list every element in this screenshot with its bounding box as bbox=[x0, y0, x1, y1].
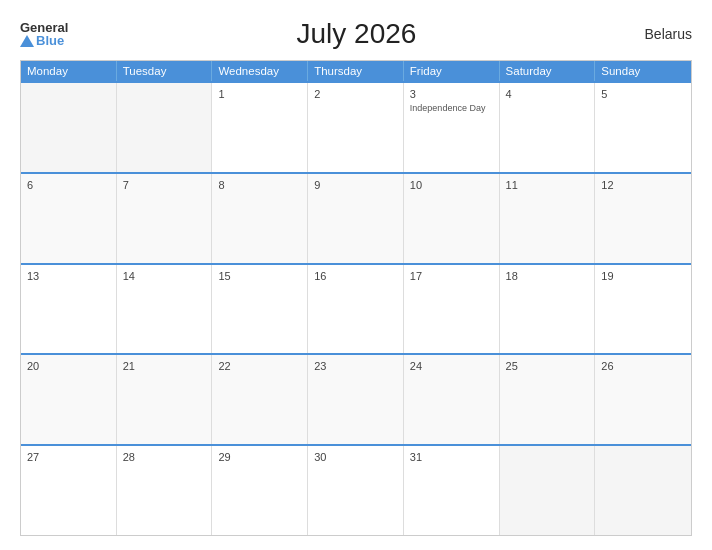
holiday-label: Independence Day bbox=[410, 103, 493, 114]
day-cell: 14 bbox=[117, 265, 213, 354]
day-number: 11 bbox=[506, 178, 589, 193]
day-cell: 22 bbox=[212, 355, 308, 444]
day-cell: 27 bbox=[21, 446, 117, 535]
day-cell: 15 bbox=[212, 265, 308, 354]
day-cell: 8 bbox=[212, 174, 308, 263]
logo-blue-text: Blue bbox=[20, 34, 64, 47]
day-cell: 20 bbox=[21, 355, 117, 444]
day-number: 31 bbox=[410, 450, 493, 465]
day-cell bbox=[595, 446, 691, 535]
day-number: 26 bbox=[601, 359, 685, 374]
day-cell: 31 bbox=[404, 446, 500, 535]
day-header-saturday: Saturday bbox=[500, 61, 596, 81]
week-row-3: 13141516171819 bbox=[21, 263, 691, 354]
day-number: 4 bbox=[506, 87, 589, 102]
day-header-monday: Monday bbox=[21, 61, 117, 81]
day-number: 30 bbox=[314, 450, 397, 465]
day-cell: 5 bbox=[595, 83, 691, 172]
day-cell: 9 bbox=[308, 174, 404, 263]
day-number: 2 bbox=[314, 87, 397, 102]
day-cell: 19 bbox=[595, 265, 691, 354]
day-number: 15 bbox=[218, 269, 301, 284]
day-number: 24 bbox=[410, 359, 493, 374]
country-label: Belarus bbox=[645, 26, 692, 42]
day-number: 9 bbox=[314, 178, 397, 193]
day-number: 14 bbox=[123, 269, 206, 284]
calendar-title: July 2026 bbox=[68, 18, 644, 50]
day-number: 17 bbox=[410, 269, 493, 284]
day-cell: 21 bbox=[117, 355, 213, 444]
day-cell: 24 bbox=[404, 355, 500, 444]
day-number: 1 bbox=[218, 87, 301, 102]
day-number: 7 bbox=[123, 178, 206, 193]
day-number: 13 bbox=[27, 269, 110, 284]
day-number: 22 bbox=[218, 359, 301, 374]
day-headers-row: MondayTuesdayWednesdayThursdayFridaySatu… bbox=[21, 61, 691, 81]
day-cell: 28 bbox=[117, 446, 213, 535]
day-cell: 17 bbox=[404, 265, 500, 354]
calendar: MondayTuesdayWednesdayThursdayFridaySatu… bbox=[20, 60, 692, 536]
day-cell: 16 bbox=[308, 265, 404, 354]
day-header-wednesday: Wednesday bbox=[212, 61, 308, 81]
day-cell: 13 bbox=[21, 265, 117, 354]
day-number: 27 bbox=[27, 450, 110, 465]
week-row-5: 2728293031 bbox=[21, 444, 691, 535]
day-cell bbox=[117, 83, 213, 172]
day-cell: 3Independence Day bbox=[404, 83, 500, 172]
day-cell: 6 bbox=[21, 174, 117, 263]
day-cell: 2 bbox=[308, 83, 404, 172]
day-number: 25 bbox=[506, 359, 589, 374]
logo: General Blue bbox=[20, 21, 68, 47]
day-header-tuesday: Tuesday bbox=[117, 61, 213, 81]
day-cell: 18 bbox=[500, 265, 596, 354]
day-cell: 12 bbox=[595, 174, 691, 263]
day-number: 3 bbox=[410, 87, 493, 102]
day-cell: 4 bbox=[500, 83, 596, 172]
day-number: 6 bbox=[27, 178, 110, 193]
day-number: 18 bbox=[506, 269, 589, 284]
logo-triangle-icon bbox=[20, 35, 34, 47]
day-cell: 1 bbox=[212, 83, 308, 172]
day-cell: 11 bbox=[500, 174, 596, 263]
day-cell: 23 bbox=[308, 355, 404, 444]
day-header-sunday: Sunday bbox=[595, 61, 691, 81]
header: General Blue July 2026 Belarus bbox=[20, 18, 692, 50]
page: General Blue July 2026 Belarus MondayTue… bbox=[0, 0, 712, 550]
day-number: 10 bbox=[410, 178, 493, 193]
day-number: 12 bbox=[601, 178, 685, 193]
day-number: 28 bbox=[123, 450, 206, 465]
day-cell bbox=[21, 83, 117, 172]
day-cell: 29 bbox=[212, 446, 308, 535]
day-number: 21 bbox=[123, 359, 206, 374]
day-header-thursday: Thursday bbox=[308, 61, 404, 81]
day-number: 16 bbox=[314, 269, 397, 284]
day-number: 5 bbox=[601, 87, 685, 102]
week-row-1: 123Independence Day45 bbox=[21, 81, 691, 172]
day-number: 29 bbox=[218, 450, 301, 465]
day-cell bbox=[500, 446, 596, 535]
day-number: 23 bbox=[314, 359, 397, 374]
weeks-container: 123Independence Day456789101112131415161… bbox=[21, 81, 691, 535]
week-row-2: 6789101112 bbox=[21, 172, 691, 263]
day-cell: 30 bbox=[308, 446, 404, 535]
day-cell: 10 bbox=[404, 174, 500, 263]
week-row-4: 20212223242526 bbox=[21, 353, 691, 444]
day-number: 8 bbox=[218, 178, 301, 193]
day-cell: 25 bbox=[500, 355, 596, 444]
day-number: 19 bbox=[601, 269, 685, 284]
day-header-friday: Friday bbox=[404, 61, 500, 81]
day-number: 20 bbox=[27, 359, 110, 374]
day-cell: 7 bbox=[117, 174, 213, 263]
day-cell: 26 bbox=[595, 355, 691, 444]
